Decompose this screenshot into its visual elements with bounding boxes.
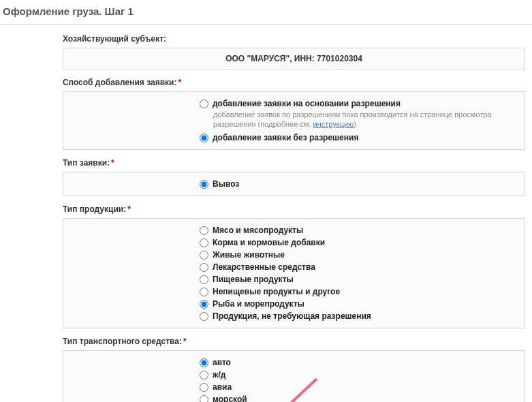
option-label: Корма и кормовые добавки: [213, 237, 325, 248]
option-label: Лекарственные средства: [213, 262, 315, 273]
product-type-radio-6[interactable]: [200, 300, 208, 309]
request-type-label: Тип заявки:*: [7, 155, 525, 170]
required-mark: *: [178, 78, 181, 87]
instruction-link[interactable]: инструкцию: [313, 120, 354, 128]
request-type-radio-0[interactable]: [200, 180, 208, 189]
option-label: Мясо и мясопродукты: [213, 225, 303, 236]
add-method-options: добавление заявки на основании разрешени…: [63, 91, 525, 150]
option-label: Рыба и морепродукты: [213, 298, 304, 309]
option-label: Живые животные: [213, 249, 285, 260]
required-mark: *: [127, 204, 131, 214]
transport-type-radio-2[interactable]: [200, 383, 208, 392]
required-mark: *: [183, 337, 187, 346]
product-type-options: Мясо и мясопродуктыКорма и кормовые доба…: [63, 218, 525, 328]
option-label: Вывоз: [213, 179, 239, 189]
option-label: добавление заявки без разрешения: [213, 132, 358, 143]
transport-type-radio-1[interactable]: [200, 371, 208, 380]
product-type-radio-3[interactable]: [200, 263, 208, 272]
product-type-option-4[interactable]: Пищевые продукты: [200, 273, 518, 285]
transport-type-option-1[interactable]: ж/д: [200, 369, 518, 381]
product-type-option-3[interactable]: Лекарственные средства: [200, 261, 518, 273]
add-method-label: Способ добавления заявки:*: [7, 75, 525, 90]
product-type-radio-1[interactable]: [200, 238, 208, 247]
subject-value: ООО "МАРУСЯ", ИНН: 7701020304: [63, 48, 525, 69]
add-method-option-0[interactable]: добавление заявки на основании разрешени…: [200, 97, 518, 110]
transport-type-option-2[interactable]: авиа: [200, 381, 518, 393]
transport-type-option-3[interactable]: морской: [200, 393, 518, 402]
option-label: авиа: [213, 382, 232, 392]
product-type-option-2[interactable]: Живые животные: [200, 249, 518, 261]
add-method-radio-0[interactable]: [200, 99, 208, 108]
add-method-option-1[interactable]: добавление заявки без разрешения: [200, 132, 518, 144]
product-type-radio-4[interactable]: [200, 275, 208, 284]
request-type-option-0[interactable]: Вывоз: [200, 178, 518, 190]
product-type-option-5[interactable]: Непищевые продукты и другое: [200, 285, 518, 298]
product-type-option-1[interactable]: Корма и кормовые добавки: [200, 236, 518, 249]
option-label: добавление заявки на основании разрешени…: [213, 98, 401, 109]
product-type-option-7[interactable]: Продукция, не требующая разрешения: [200, 310, 518, 322]
required-mark: *: [111, 158, 114, 168]
transport-type-radio-0[interactable]: [200, 358, 208, 367]
add-method-helper: добавление заявок по разрешениям пока пр…: [200, 110, 518, 132]
form-panel: Хозяйствующий субъект: ООО "МАРУСЯ", ИНН…: [0, 24, 532, 402]
transport-type-label: Тип транспортного средства:*: [7, 334, 525, 349]
option-label: авто: [213, 357, 231, 368]
transport-type-options: автож/давиаморской: [63, 350, 525, 402]
transport-type-radio-3[interactable]: [200, 395, 208, 402]
product-type-option-6[interactable]: Рыба и морепродукты: [200, 298, 518, 310]
option-label: морской: [213, 394, 247, 402]
product-type-radio-7[interactable]: [200, 312, 208, 321]
option-label: Пищевые продукты: [213, 274, 294, 285]
product-type-label: Тип продукции:*: [7, 202, 525, 217]
page-title: Оформление груза. Шаг 1: [0, 0, 532, 24]
product-type-option-0[interactable]: Мясо и мясопродукты: [200, 224, 518, 236]
option-label: Непищевые продукты и другое: [213, 286, 340, 297]
add-method-radio-1[interactable]: [200, 134, 208, 142]
option-label: ж/д: [213, 369, 225, 380]
transport-type-option-0[interactable]: авто: [200, 356, 518, 369]
product-type-radio-0[interactable]: [200, 226, 208, 235]
product-type-radio-5[interactable]: [200, 288, 208, 296]
subject-label: Хозяйствующий субъект:: [7, 31, 525, 46]
option-label: Продукция, не требующая разрешения: [213, 311, 371, 322]
request-type-options: Вывоз: [63, 172, 525, 196]
product-type-radio-2[interactable]: [200, 251, 208, 260]
